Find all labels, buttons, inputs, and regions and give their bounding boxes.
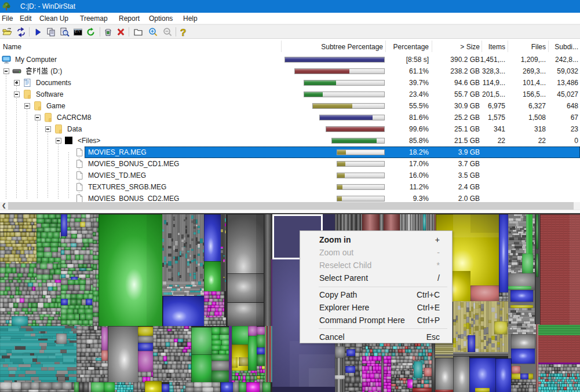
svg-text:?: ?: [180, 27, 186, 37]
svg-text:C:\: C:\: [75, 30, 80, 34]
